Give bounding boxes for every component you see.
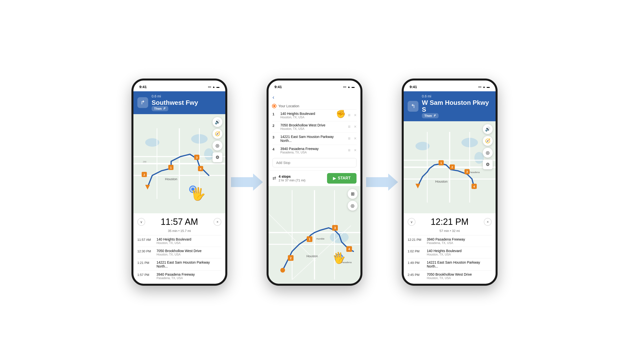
settings-btn[interactable]: ⚙	[212, 152, 222, 162]
stop-time-3: 1:57 PM	[137, 273, 153, 277]
delete-wp-1[interactable]: ×	[354, 113, 356, 118]
add-stop-input[interactable]	[273, 158, 356, 167]
svg-text:3: 3	[334, 226, 336, 230]
battery-icon: ▬	[216, 85, 219, 89]
stop-info-3: 3940 Pasadena Freeway Pasadena, TX, USA	[157, 273, 221, 280]
stop-item-3-1: 1:02 PM 140 Heights Boulevard Houston, T…	[408, 247, 492, 258]
map-controls-3: 🔊 🧭 ◎ ⚙	[483, 124, 493, 169]
status-bar-2: 9:41 ▪▪▪ ▲ ▬	[269, 81, 360, 91]
drag-cursor: ✊	[336, 109, 346, 119]
svg-text:Houston: Houston	[307, 255, 318, 258]
delete-wp-2[interactable]: ×	[354, 124, 356, 129]
stop-addr-3-3: Houston, TX, USA	[427, 276, 492, 280]
wp-info-4: 3940 Pasadena Freeway Pasadena, TX, USA	[280, 147, 344, 154]
wp-info-3: 14221 East Sam Houston Parkway North...	[280, 135, 344, 143]
nav-then-3: Then ↱	[422, 113, 439, 118]
waypoints-panel: ‹ Your Location 1 140 Heights Boulevard …	[269, 91, 360, 170]
map-svg-2: 1 2 3 4 Houston Humble Pasadena	[269, 186, 360, 284]
compass-btn[interactable]: 🧭	[212, 129, 222, 139]
svg-text:4: 4	[473, 185, 475, 188]
stop-name-3-3: 7050 Brookhollow West Drive	[427, 273, 492, 276]
locate-btn-2[interactable]: ◎	[348, 201, 357, 211]
stop-addr-3-0: Pasadena, TX, USA	[427, 241, 492, 245]
drag-handle-1[interactable]: ≡	[347, 113, 352, 118]
stop-addr-3: Pasadena, TX, USA	[157, 276, 221, 280]
map-controls-2: ⊞ ◎	[348, 189, 357, 211]
wp-num-4: 4	[273, 147, 278, 151]
nav-direction-icon-3: ↰	[408, 101, 418, 112]
wifi-icon-2: ▲	[347, 85, 350, 89]
locate-btn-3[interactable]: ◎	[483, 148, 493, 158]
nav-then-1: Then ↱	[152, 106, 168, 111]
sound-btn[interactable]: 🔊	[212, 117, 222, 127]
drag-handle-4[interactable]: ≡	[347, 148, 352, 153]
arrow-1-container	[227, 174, 267, 191]
wp-name-4: 3940 Pasadena Freeway	[280, 147, 344, 151]
battery-icon-2: ▬	[352, 85, 354, 89]
locate-btn[interactable]: ◎	[212, 141, 222, 150]
eta-details-1: 35 min • 15.7 mi	[137, 229, 221, 233]
stop-item-2: 1:21 PM 14221 East Sam Houston Parkway N…	[137, 258, 221, 270]
stop-addr-1: Houston, TX, USA	[157, 253, 221, 256]
wp-addr-2: Houston, TX, USA	[280, 127, 344, 131]
stop-info-1: 7050 Brookhollow West Drive Houston, TX,…	[157, 249, 221, 256]
stop-name-2: 14221 East Sam Houston Parkway North...	[157, 261, 221, 268]
sound-btn-3[interactable]: 🔊	[483, 124, 493, 134]
map-area-3: 1 2 3 4 Houston Pasadena 🔊 🧭 ◎ ⚙	[404, 121, 495, 213]
svg-marker-21	[231, 174, 263, 191]
close-btn-1[interactable]: ×	[213, 218, 221, 226]
close-btn-3[interactable]: ×	[484, 218, 492, 226]
then-icon-3: ↱	[433, 114, 436, 118]
svg-text:2: 2	[451, 166, 453, 169]
svg-text:1: 1	[440, 162, 442, 165]
stop-time-1: 12:30 PM	[137, 249, 153, 253]
back-button[interactable]: ‹	[273, 94, 356, 101]
cursor-area-1: 🖐	[190, 187, 206, 201]
wp-addr-1: Houston, TX, USA	[280, 116, 344, 119]
drag-handle-3[interactable]: ≡	[347, 136, 352, 141]
map-area-2: 1 2 3 4 Houston Humble Pasadena ⊞ ◎	[269, 186, 360, 284]
stop-time-3-2: 1:49 PM	[408, 261, 423, 265]
wp-name-2: 7050 Brookhollow West Drive	[280, 123, 344, 127]
svg-text:4: 4	[200, 167, 201, 170]
status-icons-1: ▪▪▪ ▲ ▬	[208, 85, 219, 89]
then-label-3: Then	[424, 114, 432, 118]
drag-handle-2[interactable]: ≡	[347, 124, 352, 129]
stop-time-3-1: 1:02 PM	[408, 249, 423, 253]
delete-wp-4[interactable]: ×	[354, 148, 356, 153]
svg-text:Houston: Houston	[435, 180, 448, 183]
eta-time-1: 11:57 AM	[145, 217, 213, 227]
phone-1: 9:41 ▪▪▪ ▲ ▬ ↱ 0.6 mi Southwest Fwy Then…	[132, 79, 227, 286]
status-bar-1: 9:41 ▪▪▪ ▲ ▬	[134, 81, 225, 91]
start-button[interactable]: ▶ START	[327, 173, 356, 183]
start-cursor-area: 🖐	[332, 251, 346, 264]
settings-btn-3[interactable]: ⚙	[483, 160, 493, 169]
svg-text:290: 290	[143, 161, 147, 163]
signal-icon: ▪▪▪	[208, 85, 211, 89]
layers-btn[interactable]: ⊞	[348, 189, 357, 199]
stop-name-3-0: 3940 Pasadena Freeway	[427, 237, 492, 241]
then-icon-1: ↱	[163, 107, 166, 110]
wp-info-2: 7050 Brookhollow West Drive Houston, TX,…	[280, 123, 344, 131]
stop-item-0: 11:57 AM 140 Heights Boulevard Houston, …	[137, 235, 221, 247]
nav-direction-icon: ↱	[137, 97, 148, 108]
chevron-down-btn[interactable]: ∨	[137, 218, 145, 226]
eta-row-3: ∨ 12:21 PM ×	[408, 217, 492, 227]
map-controls-1: 🔊 🧭 ◎ ⚙	[212, 117, 222, 162]
filter-icon[interactable]: ⇄	[273, 176, 276, 181]
stop-item-3-3: 2:45 PM 7050 Brookhollow West Drive Hous…	[408, 270, 492, 282]
stop-time-0: 11:57 AM	[137, 238, 153, 242]
stop-name-3-2: 14221 East Sam Houston Parkway North...	[427, 261, 492, 268]
stop-list-3: 12:21 PM 3940 Pasadena Freeway Pasadena,…	[408, 235, 492, 284]
chevron-down-btn-3[interactable]: ∨	[408, 218, 416, 226]
svg-point-3	[204, 148, 213, 160]
nav-street-3: W Sam Houston Pkwy S	[422, 99, 492, 113]
waypoint-row-3: 3 14221 East Sam Houston Parkway North..…	[273, 133, 356, 145]
then-label-1: Then	[154, 107, 162, 110]
svg-text:3: 3	[466, 170, 468, 173]
compass-btn-3[interactable]: 🧭	[483, 136, 493, 146]
eta-time-3: 12:21 PM	[416, 217, 484, 227]
delete-wp-3[interactable]: ×	[354, 136, 356, 141]
waypoint-row-2: 2 7050 Brookhollow West Drive Houston, T…	[273, 121, 356, 133]
stop-item-3: 1:57 PM 3940 Pasadena Freeway Pasadena, …	[137, 270, 221, 282]
